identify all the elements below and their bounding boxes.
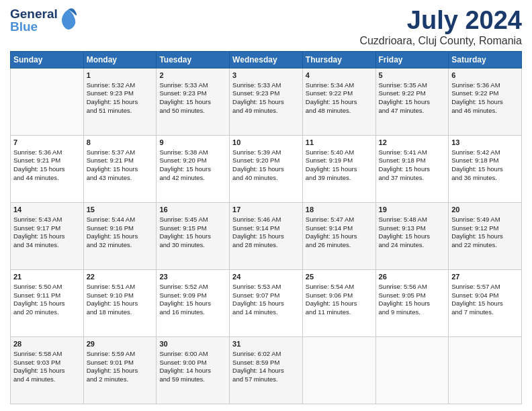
cell-line: and 50 minutes. (159, 107, 226, 116)
cell-line: Sunrise: 5:47 AM (306, 216, 373, 224)
cell-content: 1Sunrise: 5:32 AMSunset: 9:23 PMDaylight… (87, 71, 154, 116)
weekday-header-sunday: Sunday (11, 51, 84, 68)
cell-line: Daylight: 15 hours (306, 98, 373, 107)
cell-line: Daylight: 15 hours (379, 98, 446, 107)
cell-content: 12Sunrise: 5:41 AMSunset: 9:18 PMDayligh… (379, 138, 446, 183)
cell-line: Sunrise: 6:00 AM (159, 350, 226, 359)
calendar-cell: 1Sunrise: 5:32 AMSunset: 9:23 PMDaylight… (83, 68, 157, 135)
cell-content: 19Sunrise: 5:48 AMSunset: 9:13 PMDayligh… (379, 205, 446, 250)
calendar-cell: 21Sunrise: 5:50 AMSunset: 9:11 PMDayligh… (11, 269, 84, 336)
calendar-cell (11, 68, 84, 135)
day-number: 11 (306, 138, 373, 148)
calendar-cell: 4Sunrise: 5:34 AMSunset: 9:22 PMDaylight… (302, 68, 375, 135)
cell-content: 18Sunrise: 5:47 AMSunset: 9:14 PMDayligh… (306, 205, 373, 250)
cell-line: and 32 minutes. (87, 241, 154, 250)
cell-line: Sunset: 9:22 PM (306, 89, 373, 98)
cell-content: 28Sunrise: 5:58 AMSunset: 9:03 PMDayligh… (13, 339, 81, 384)
page-title: July 2024 (359, 7, 522, 35)
cell-line: Sunrise: 5:39 AM (232, 148, 300, 157)
cell-line: and 7 minutes. (451, 308, 519, 317)
cell-line: Daylight: 15 hours (159, 232, 226, 241)
calendar-row-0: 1Sunrise: 5:32 AMSunset: 9:23 PMDaylight… (11, 68, 522, 135)
cell-line: and 39 minutes. (306, 174, 373, 183)
cell-content: 22Sunrise: 5:51 AMSunset: 9:10 PMDayligh… (87, 272, 154, 317)
cell-line: Sunrise: 5:45 AM (159, 216, 226, 224)
calendar-cell: 27Sunrise: 5:57 AMSunset: 9:04 PMDayligh… (449, 269, 522, 336)
cell-line: Sunrise: 5:38 AM (159, 148, 226, 157)
cell-line: Sunset: 9:05 PM (379, 291, 446, 300)
cell-line: Sunset: 9:09 PM (159, 291, 226, 300)
cell-line: Sunset: 9:15 PM (159, 224, 226, 233)
cell-line: Daylight: 15 hours (232, 232, 300, 241)
cell-line: Daylight: 15 hours (451, 300, 519, 308)
cell-line: Sunset: 9:01 PM (87, 359, 154, 367)
day-number: 20 (451, 205, 519, 215)
cell-line: and 14 minutes. (232, 308, 300, 317)
cell-content: 29Sunrise: 5:59 AMSunset: 9:01 PMDayligh… (87, 339, 154, 384)
cell-content: 10Sunrise: 5:39 AMSunset: 9:20 PMDayligh… (232, 138, 300, 183)
cell-line: Sunrise: 5:57 AM (451, 283, 519, 291)
day-number: 16 (159, 205, 226, 215)
calendar-cell: 3Sunrise: 5:33 AMSunset: 9:23 PMDaylight… (230, 68, 303, 135)
calendar-cell: 13Sunrise: 5:42 AMSunset: 9:18 PMDayligh… (449, 135, 522, 202)
cell-line: Sunset: 9:00 PM (159, 359, 226, 367)
day-number: 9 (159, 138, 226, 148)
weekday-header-saturday: Saturday (449, 51, 522, 68)
cell-line: and 18 minutes. (87, 308, 154, 317)
calendar-cell: 19Sunrise: 5:48 AMSunset: 9:13 PMDayligh… (375, 202, 449, 269)
calendar-cell: 8Sunrise: 5:37 AMSunset: 9:21 PMDaylight… (83, 135, 157, 202)
cell-content: 3Sunrise: 5:33 AMSunset: 9:23 PMDaylight… (232, 71, 300, 116)
cell-line: Sunrise: 5:51 AM (87, 283, 154, 291)
cell-line: and 49 minutes. (232, 107, 300, 116)
day-number: 26 (379, 272, 446, 282)
calendar-table: SundayMondayTuesdayWednesdayThursdayFrid… (10, 51, 522, 404)
cell-line: Sunset: 9:04 PM (451, 291, 519, 300)
logo: General Blue (10, 7, 78, 34)
cell-content: 31Sunrise: 6:02 AMSunset: 8:59 PMDayligh… (232, 339, 300, 384)
calendar-cell: 23Sunrise: 5:52 AMSunset: 9:09 PMDayligh… (157, 269, 230, 336)
cell-line: Daylight: 15 hours (306, 165, 373, 174)
cell-line: and 40 minutes. (232, 174, 300, 183)
cell-line: and 42 minutes. (159, 174, 226, 183)
cell-line: Sunset: 9:23 PM (232, 89, 300, 98)
day-number: 4 (306, 71, 373, 81)
cell-line: Daylight: 15 hours (379, 165, 446, 174)
cell-line: Sunset: 9:23 PM (159, 89, 226, 98)
cell-content: 6Sunrise: 5:36 AMSunset: 9:22 PMDaylight… (451, 71, 519, 116)
cell-content: 11Sunrise: 5:40 AMSunset: 9:19 PMDayligh… (306, 138, 373, 183)
cell-content: 25Sunrise: 5:54 AMSunset: 9:06 PMDayligh… (306, 272, 373, 317)
cell-line: and 24 minutes. (379, 241, 446, 250)
cell-line: Sunrise: 5:50 AM (13, 283, 81, 291)
cell-line: Sunrise: 5:43 AM (13, 216, 81, 224)
cell-content: 2Sunrise: 5:33 AMSunset: 9:23 PMDaylight… (159, 71, 226, 116)
day-number: 30 (159, 339, 226, 349)
day-number: 7 (13, 138, 81, 148)
day-number: 8 (87, 138, 154, 148)
cell-content: 14Sunrise: 5:43 AMSunset: 9:17 PMDayligh… (13, 205, 81, 250)
day-number: 13 (451, 138, 519, 148)
cell-line: and 26 minutes. (306, 241, 373, 250)
cell-line: Sunset: 9:14 PM (232, 224, 300, 233)
cell-line: Sunset: 9:18 PM (379, 156, 446, 165)
cell-line: Daylight: 15 hours (13, 165, 81, 174)
day-number: 19 (379, 205, 446, 215)
cell-line: and 9 minutes. (379, 308, 446, 317)
cell-content: 24Sunrise: 5:53 AMSunset: 9:07 PMDayligh… (232, 272, 300, 317)
calendar-cell: 22Sunrise: 5:51 AMSunset: 9:10 PMDayligh… (83, 269, 157, 336)
calendar-cell (375, 336, 449, 404)
cell-line: Sunset: 9:20 PM (159, 156, 226, 165)
cell-line: Daylight: 14 hours (232, 367, 300, 375)
cell-line: Sunrise: 5:34 AM (306, 81, 373, 90)
cell-line: Sunrise: 5:52 AM (159, 283, 226, 291)
cell-line: Sunset: 9:14 PM (306, 224, 373, 233)
cell-line: and 48 minutes. (306, 107, 373, 116)
cell-line: Daylight: 15 hours (451, 98, 519, 107)
calendar-cell: 30Sunrise: 6:00 AMSunset: 9:00 PMDayligh… (157, 336, 230, 404)
cell-line: Sunrise: 5:49 AM (451, 216, 519, 224)
cell-line: Daylight: 15 hours (87, 367, 154, 375)
day-number: 2 (159, 71, 226, 81)
calendar-cell: 5Sunrise: 5:35 AMSunset: 9:22 PMDaylight… (375, 68, 449, 135)
cell-line: Sunset: 9:16 PM (87, 224, 154, 233)
cell-line: Daylight: 15 hours (379, 300, 446, 308)
header: General Blue July 2024 Cuzdrioara, Cluj … (10, 7, 522, 47)
